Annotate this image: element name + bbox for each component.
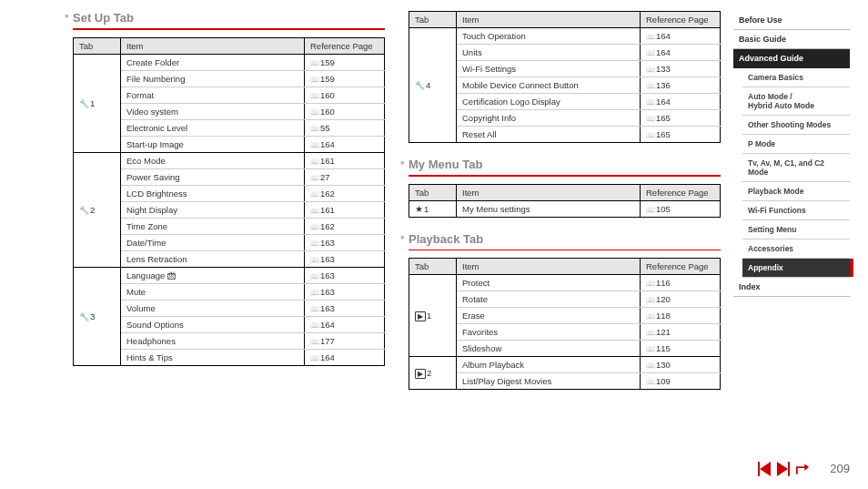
book-icon (310, 254, 320, 264)
col-header: Item (457, 12, 641, 28)
ref-cell[interactable]: 160 (305, 87, 385, 103)
ref-cell[interactable]: 55 (305, 119, 385, 136)
ref-cell[interactable]: 163 (305, 267, 385, 283)
item-cell: Mobile Device Connect Button (457, 77, 641, 94)
wrench-icon (415, 80, 426, 90)
item-cell: File Numbering (121, 70, 305, 87)
nav-sub-item[interactable]: Auto Mode /Hybrid Auto Mode (742, 87, 850, 116)
ref-cell[interactable]: 161 (305, 152, 385, 168)
book-icon (646, 311, 656, 321)
nav-item[interactable]: Advanced Guide (733, 49, 850, 68)
nav-item[interactable]: Before Use (733, 11, 850, 30)
table-row: Headphones177 (74, 332, 385, 349)
page-number: 209 (830, 462, 850, 475)
nav-sub-item[interactable]: P Mode (742, 135, 850, 154)
ref-cell[interactable]: 105 (641, 200, 721, 217)
ref-cell[interactable]: 163 (305, 234, 385, 250)
item-cell: Headphones (121, 332, 305, 349)
ref-cell[interactable]: 121 (641, 324, 721, 341)
ref-cell[interactable]: 109 (641, 373, 721, 390)
ref-cell[interactable]: 165 (641, 110, 721, 127)
ref-cell[interactable]: 163 (305, 250, 385, 267)
ref-cell[interactable]: 164 (305, 316, 385, 332)
item-cell: Video system (121, 103, 305, 119)
next-page-button[interactable] (775, 461, 791, 476)
tab-cell: 2 (74, 152, 121, 267)
col-header: Tab (409, 184, 457, 200)
return-button[interactable] (794, 461, 810, 476)
book-icon (310, 205, 320, 215)
nav-sub-item[interactable]: Camera Basics (742, 68, 850, 87)
table-row: Reset All165 (409, 127, 721, 143)
ref-cell[interactable]: 164 (641, 94, 721, 110)
col-header: Reference Page (641, 184, 721, 200)
nav-item[interactable]: Basic Guide (733, 30, 850, 49)
book-icon (310, 221, 320, 231)
table-row: 1Protect116 (409, 275, 721, 291)
ref-cell[interactable]: 177 (305, 332, 385, 349)
nav-sub-item[interactable]: Playback Mode (742, 182, 850, 201)
nav-sub-item[interactable]: Setting Menu (742, 220, 850, 239)
triangle-left-icon (760, 462, 771, 476)
book-icon (310, 90, 320, 100)
nav-sub-item[interactable]: Tv, Av, M, C1, and C2 Mode (742, 154, 850, 182)
item-cell: Date/Time (121, 234, 305, 250)
nav-sub-item[interactable]: Wi-Fi Functions (742, 201, 850, 220)
item-cell: Slideshow (457, 341, 641, 357)
ref-cell[interactable]: 163 (305, 300, 385, 316)
ref-cell[interactable]: 159 (305, 70, 385, 87)
table-row: List/Play Digest Movies109 (409, 373, 721, 390)
star-icon (415, 204, 424, 214)
item-cell: Album Playback (457, 357, 641, 373)
ref-cell[interactable]: 163 (305, 283, 385, 300)
ref-cell[interactable]: 164 (641, 45, 721, 61)
ref-cell[interactable]: 164 (641, 28, 721, 45)
ref-cell[interactable]: 116 (641, 275, 721, 291)
footer: 209 (756, 461, 850, 476)
tab-cell: 3 (74, 267, 121, 365)
ref-cell[interactable]: 160 (305, 103, 385, 119)
nav-sub-item[interactable]: Other Shooting Modes (742, 116, 850, 135)
ref-cell[interactable]: 133 (641, 61, 721, 77)
book-icon (646, 31, 656, 41)
ref-cell[interactable]: 161 (305, 201, 385, 218)
prev-page-button[interactable] (756, 461, 772, 476)
item-cell: Language 🖄 (121, 267, 305, 283)
ref-cell[interactable]: 165 (641, 127, 721, 143)
table-row: 1My Menu settings105 (409, 200, 721, 217)
item-cell: My Menu settings (457, 200, 641, 217)
tab-cell: 1 (409, 275, 457, 357)
item-cell: Format (121, 87, 305, 103)
table-row: Hints & Tips164 (74, 349, 385, 365)
ref-cell[interactable]: 164 (305, 136, 385, 152)
nav-sub-item[interactable]: Appendix (742, 259, 850, 278)
table-row: Rotate120 (409, 291, 721, 308)
ref-cell[interactable]: 130 (641, 357, 721, 373)
item-cell: Eco Mode (121, 152, 305, 168)
nav-sub-item[interactable]: Accessories (742, 239, 850, 259)
table-row: 3Language 🖄163 (74, 267, 385, 283)
ref-cell[interactable]: 118 (641, 308, 721, 324)
nav-item[interactable]: Index (733, 278, 850, 297)
ref-cell[interactable]: 159 (305, 54, 385, 70)
ref-cell[interactable]: 27 (305, 168, 385, 185)
item-cell: Wi-Fi Settings (457, 61, 641, 77)
item-cell: Volume (121, 300, 305, 316)
book-icon (310, 352, 320, 362)
ref-cell[interactable]: 136 (641, 77, 721, 94)
book-icon (646, 129, 656, 139)
ref-cell[interactable]: 115 (641, 341, 721, 357)
item-cell: LCD Brightness (121, 185, 305, 201)
mymenu-section: My Menu Tab Tab Item Reference Page 1My … (409, 158, 721, 218)
col-header: Reference Page (641, 259, 721, 275)
mymenu-table: Tab Item Reference Page 1My Menu setting… (409, 184, 721, 218)
book-icon (646, 278, 656, 288)
ref-cell[interactable]: 162 (305, 185, 385, 201)
ref-cell[interactable]: 164 (305, 349, 385, 365)
ref-cell[interactable]: 162 (305, 218, 385, 234)
ref-cell[interactable]: 120 (641, 291, 721, 308)
item-cell: Erase (457, 308, 641, 324)
book-icon (646, 327, 656, 337)
item-cell: List/Play Digest Movies (457, 373, 641, 390)
setup-table: Tab Item Reference Page 1Create Folder15… (73, 37, 385, 366)
